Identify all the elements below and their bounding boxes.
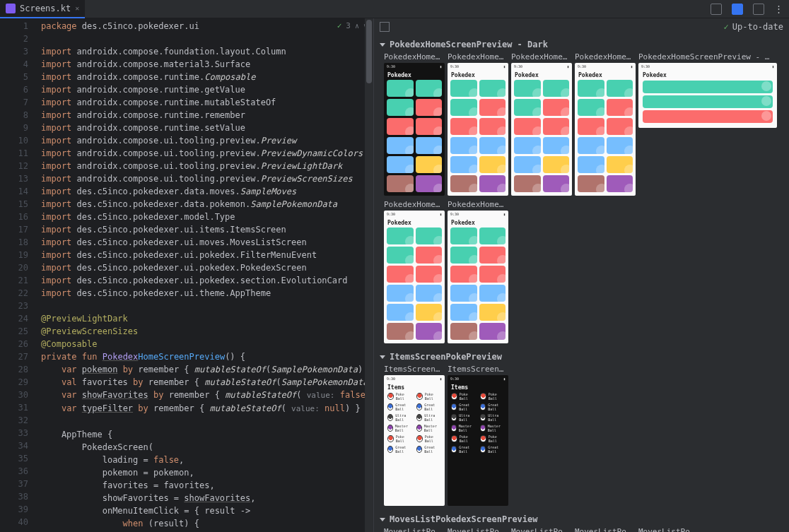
pokemon-card[interactable]	[416, 247, 443, 264]
item-row[interactable]: Poke Ball Poke Ball	[387, 435, 441, 443]
preview-group-header[interactable]: MovesListPokedexScreenPreview	[377, 510, 786, 527]
device-preview[interactable]: 9:30▮ Items Poke Ball Poke Ball Great Ba…	[384, 375, 445, 506]
preview-content[interactable]: PokedexHomeScreenPreview - Dark PokedexH…	[374, 35, 789, 532]
pokemon-card[interactable]	[479, 266, 506, 283]
pokemon-card[interactable]	[479, 99, 506, 116]
pokemon-card[interactable]	[643, 110, 773, 123]
pokemon-card[interactable]	[607, 137, 633, 154]
device-preview[interactable]: 9:30▮ Pokedex	[511, 63, 572, 196]
preview-group-header[interactable]: PokedexHomeScreenPreview - Dark	[377, 35, 786, 52]
editor-tab[interactable]: Screens.kt ✕	[0, 0, 85, 18]
chevron-down-icon[interactable]	[380, 355, 385, 359]
preview-item[interactable]: PokedexHomeScreenP... 9:30▮ Pokedex	[575, 52, 636, 196]
pokemon-card[interactable]	[514, 99, 541, 116]
chevron-down-icon[interactable]	[380, 43, 385, 47]
close-icon[interactable]: ✕	[75, 4, 79, 12]
code-area[interactable]: package des.c5inco.pokedexer.ui import a…	[41, 18, 373, 532]
pokemon-card[interactable]	[387, 304, 414, 321]
pokemon-card[interactable]	[387, 266, 414, 283]
item-row[interactable]: Poke Ball Poke Ball	[387, 392, 441, 401]
preview-item[interactable]: MovesListPokedexScr...	[448, 527, 508, 532]
pokemon-card[interactable]	[479, 80, 506, 97]
pokemon-card[interactable]	[643, 81, 773, 93]
pokemon-card[interactable]	[578, 137, 604, 154]
pokemon-card[interactable]	[543, 80, 570, 97]
preview-item[interactable]: MovesListPokedexScr...	[638, 527, 699, 532]
pokemon-card[interactable]	[450, 323, 477, 340]
pokemon-card[interactable]	[450, 137, 477, 154]
pokemon-card[interactable]	[387, 323, 414, 340]
pokemon-card[interactable]	[514, 80, 541, 97]
pokemon-card[interactable]	[479, 304, 506, 321]
preview-item[interactable]: PokedexHomeScreenPreview - Phone - Lands…	[638, 52, 777, 196]
editor-scrollbar[interactable]	[365, 18, 373, 532]
pokemon-card[interactable]	[416, 156, 443, 173]
pokemon-card[interactable]	[450, 285, 477, 302]
chevron-up-icon[interactable]: ∧	[355, 22, 359, 30]
pokemon-card[interactable]	[387, 80, 414, 97]
pokemon-card[interactable]	[450, 266, 477, 283]
device-preview[interactable]: 9:30▮ Pokedex	[448, 63, 508, 196]
preview-item[interactable]: PokedexHomeScreenP... 9:30▮ Pokedex	[448, 52, 508, 196]
pokemon-card[interactable]	[607, 156, 633, 173]
pokemon-card[interactable]	[607, 118, 633, 135]
pokemon-card[interactable]	[387, 285, 414, 302]
device-preview[interactable]: 9:30▮ Pokedex	[448, 211, 508, 343]
split-view-icon[interactable]	[732, 4, 743, 15]
pokemon-card[interactable]	[578, 175, 604, 192]
pokemon-card[interactable]	[479, 227, 506, 244]
preview-item[interactable]: MovesListPokedexScr...	[575, 527, 636, 532]
refresh-icon[interactable]	[380, 22, 390, 32]
pokemon-card[interactable]	[450, 227, 477, 244]
pokemon-card[interactable]	[514, 175, 541, 192]
more-icon[interactable]: ⋮	[774, 4, 783, 14]
item-row[interactable]: Master Ball Master Ball	[387, 424, 441, 432]
pokemon-card[interactable]	[416, 99, 443, 116]
preview-item[interactable]: PokedexHomeScreenP... 9:30▮ Pokedex	[384, 52, 445, 196]
item-row[interactable]: Great Ball Great Ball	[451, 403, 505, 411]
pokemon-card[interactable]	[578, 80, 604, 97]
pokemon-card[interactable]	[578, 118, 604, 135]
pokemon-card[interactable]	[479, 137, 506, 154]
pokemon-card[interactable]	[387, 175, 414, 192]
device-preview[interactable]: 9:30▮ Pokedex	[384, 211, 445, 343]
item-row[interactable]: Master Ball Master Ball	[451, 424, 505, 432]
pokemon-card[interactable]	[578, 99, 604, 116]
code-view-icon[interactable]	[711, 4, 722, 15]
pokemon-card[interactable]	[416, 118, 443, 135]
pokemon-card[interactable]	[450, 80, 477, 97]
pokemon-card[interactable]	[450, 304, 477, 321]
pokemon-card[interactable]	[607, 80, 633, 97]
pokemon-card[interactable]	[543, 175, 570, 192]
pokemon-card[interactable]	[387, 118, 414, 135]
pokemon-card[interactable]	[416, 285, 443, 302]
pokemon-card[interactable]	[416, 266, 443, 283]
item-row[interactable]: Great Ball Great Ball	[387, 445, 441, 454]
preview-item[interactable]: ItemsScreenPokePrevi... 9:30▮ Items Poke…	[448, 365, 508, 506]
pokemon-card[interactable]	[387, 247, 414, 264]
item-row[interactable]: Poke Ball Poke Ball	[451, 435, 505, 443]
pokemon-card[interactable]	[543, 118, 570, 135]
item-row[interactable]: Poke Ball Poke Ball	[451, 392, 505, 401]
pokemon-card[interactable]	[416, 227, 443, 244]
pokemon-card[interactable]	[607, 99, 633, 116]
pokemon-card[interactable]	[543, 156, 570, 173]
pokemon-card[interactable]	[387, 227, 414, 244]
pokemon-card[interactable]	[607, 175, 633, 192]
pokemon-card[interactable]	[416, 175, 443, 192]
pokemon-card[interactable]	[387, 137, 414, 154]
preview-item[interactable]: MovesListPokedexScr...	[511, 527, 572, 532]
pokemon-card[interactable]	[479, 175, 506, 192]
pokemon-card[interactable]	[578, 156, 604, 173]
editor-problems-status[interactable]: ✓ 3 ∧ ∨	[337, 21, 368, 30]
preview-item[interactable]: ItemsScreenPokePrevi... 9:30▮ Items Poke…	[384, 365, 445, 506]
scrollbar-thumb[interactable]	[366, 20, 372, 83]
pokemon-card[interactable]	[416, 137, 443, 154]
pokemon-card[interactable]	[479, 156, 506, 173]
pokemon-card[interactable]	[387, 99, 414, 116]
pokemon-card[interactable]	[643, 95, 773, 108]
pokemon-card[interactable]	[450, 156, 477, 173]
pokemon-card[interactable]	[450, 175, 477, 192]
editor-pane[interactable]: 1234567891011121314151617181920212223242…	[0, 18, 373, 532]
pokemon-card[interactable]	[514, 156, 541, 173]
